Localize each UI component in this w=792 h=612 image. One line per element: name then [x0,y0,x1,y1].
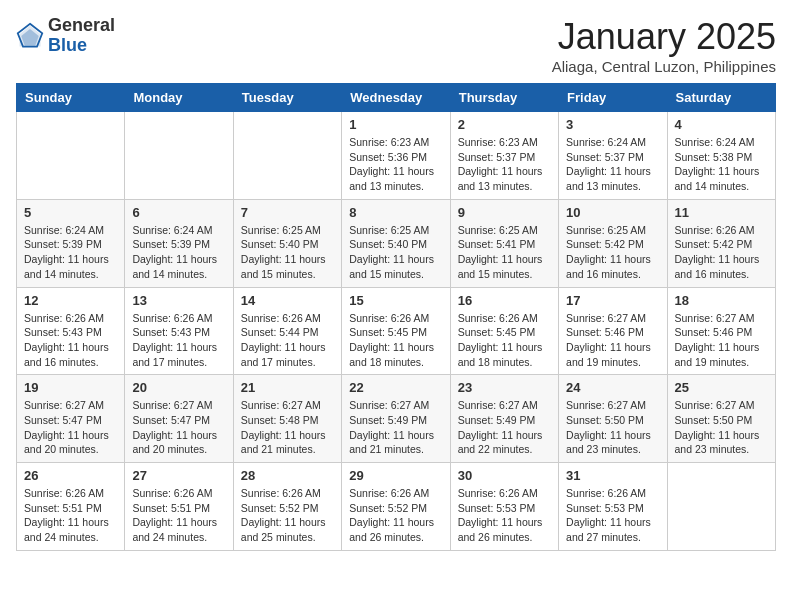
calendar-cell: 29Sunrise: 6:26 AM Sunset: 5:52 PM Dayli… [342,463,450,551]
day-number: 10 [566,205,659,220]
calendar-cell: 13Sunrise: 6:26 AM Sunset: 5:43 PM Dayli… [125,287,233,375]
calendar-cell: 6Sunrise: 6:24 AM Sunset: 5:39 PM Daylig… [125,199,233,287]
calendar-cell: 8Sunrise: 6:25 AM Sunset: 5:40 PM Daylig… [342,199,450,287]
day-info: Sunrise: 6:26 AM Sunset: 5:44 PM Dayligh… [241,311,334,370]
day-info: Sunrise: 6:27 AM Sunset: 5:50 PM Dayligh… [566,398,659,457]
calendar-cell: 16Sunrise: 6:26 AM Sunset: 5:45 PM Dayli… [450,287,558,375]
calendar-cell: 17Sunrise: 6:27 AM Sunset: 5:46 PM Dayli… [559,287,667,375]
weekday-header-tuesday: Tuesday [233,84,341,112]
day-info: Sunrise: 6:27 AM Sunset: 5:47 PM Dayligh… [24,398,117,457]
day-number: 8 [349,205,442,220]
calendar-cell: 31Sunrise: 6:26 AM Sunset: 5:53 PM Dayli… [559,463,667,551]
day-info: Sunrise: 6:27 AM Sunset: 5:46 PM Dayligh… [675,311,768,370]
day-info: Sunrise: 6:26 AM Sunset: 5:51 PM Dayligh… [24,486,117,545]
day-info: Sunrise: 6:26 AM Sunset: 5:51 PM Dayligh… [132,486,225,545]
day-info: Sunrise: 6:24 AM Sunset: 5:38 PM Dayligh… [675,135,768,194]
day-number: 5 [24,205,117,220]
day-info: Sunrise: 6:26 AM Sunset: 5:53 PM Dayligh… [566,486,659,545]
day-number: 31 [566,468,659,483]
weekday-header-wednesday: Wednesday [342,84,450,112]
weekday-header-monday: Monday [125,84,233,112]
day-info: Sunrise: 6:24 AM Sunset: 5:37 PM Dayligh… [566,135,659,194]
day-info: Sunrise: 6:27 AM Sunset: 5:46 PM Dayligh… [566,311,659,370]
weekday-header-saturday: Saturday [667,84,775,112]
day-number: 30 [458,468,551,483]
page-header: General Blue January 2025 Aliaga, Centra… [16,16,776,75]
location-title: Aliaga, Central Luzon, Philippines [552,58,776,75]
calendar-week-3: 12Sunrise: 6:26 AM Sunset: 5:43 PM Dayli… [17,287,776,375]
calendar-cell [125,112,233,200]
day-number: 9 [458,205,551,220]
day-info: Sunrise: 6:26 AM Sunset: 5:42 PM Dayligh… [675,223,768,282]
calendar-cell: 20Sunrise: 6:27 AM Sunset: 5:47 PM Dayli… [125,375,233,463]
calendar-cell: 25Sunrise: 6:27 AM Sunset: 5:50 PM Dayli… [667,375,775,463]
calendar-cell: 1Sunrise: 6:23 AM Sunset: 5:36 PM Daylig… [342,112,450,200]
calendar-cell: 14Sunrise: 6:26 AM Sunset: 5:44 PM Dayli… [233,287,341,375]
day-info: Sunrise: 6:25 AM Sunset: 5:40 PM Dayligh… [349,223,442,282]
day-info: Sunrise: 6:25 AM Sunset: 5:42 PM Dayligh… [566,223,659,282]
day-info: Sunrise: 6:26 AM Sunset: 5:43 PM Dayligh… [132,311,225,370]
calendar-table: SundayMondayTuesdayWednesdayThursdayFrid… [16,83,776,551]
calendar-cell: 12Sunrise: 6:26 AM Sunset: 5:43 PM Dayli… [17,287,125,375]
day-number: 18 [675,293,768,308]
calendar-cell: 23Sunrise: 6:27 AM Sunset: 5:49 PM Dayli… [450,375,558,463]
calendar-cell: 27Sunrise: 6:26 AM Sunset: 5:51 PM Dayli… [125,463,233,551]
logo-icon [16,22,44,50]
calendar-cell [17,112,125,200]
calendar-cell: 2Sunrise: 6:23 AM Sunset: 5:37 PM Daylig… [450,112,558,200]
day-info: Sunrise: 6:26 AM Sunset: 5:53 PM Dayligh… [458,486,551,545]
calendar-week-4: 19Sunrise: 6:27 AM Sunset: 5:47 PM Dayli… [17,375,776,463]
day-number: 16 [458,293,551,308]
day-info: Sunrise: 6:26 AM Sunset: 5:52 PM Dayligh… [241,486,334,545]
day-number: 19 [24,380,117,395]
day-info: Sunrise: 6:25 AM Sunset: 5:40 PM Dayligh… [241,223,334,282]
day-info: Sunrise: 6:26 AM Sunset: 5:45 PM Dayligh… [349,311,442,370]
calendar-cell: 10Sunrise: 6:25 AM Sunset: 5:42 PM Dayli… [559,199,667,287]
calendar-cell: 3Sunrise: 6:24 AM Sunset: 5:37 PM Daylig… [559,112,667,200]
calendar-cell: 26Sunrise: 6:26 AM Sunset: 5:51 PM Dayli… [17,463,125,551]
day-info: Sunrise: 6:23 AM Sunset: 5:37 PM Dayligh… [458,135,551,194]
day-info: Sunrise: 6:27 AM Sunset: 5:49 PM Dayligh… [349,398,442,457]
day-number: 26 [24,468,117,483]
day-number: 13 [132,293,225,308]
day-number: 7 [241,205,334,220]
day-info: Sunrise: 6:27 AM Sunset: 5:49 PM Dayligh… [458,398,551,457]
day-number: 27 [132,468,225,483]
calendar-cell: 30Sunrise: 6:26 AM Sunset: 5:53 PM Dayli… [450,463,558,551]
day-info: Sunrise: 6:27 AM Sunset: 5:48 PM Dayligh… [241,398,334,457]
calendar-cell: 11Sunrise: 6:26 AM Sunset: 5:42 PM Dayli… [667,199,775,287]
day-number: 15 [349,293,442,308]
calendar-cell [233,112,341,200]
calendar-cell: 4Sunrise: 6:24 AM Sunset: 5:38 PM Daylig… [667,112,775,200]
calendar-cell: 5Sunrise: 6:24 AM Sunset: 5:39 PM Daylig… [17,199,125,287]
day-info: Sunrise: 6:25 AM Sunset: 5:41 PM Dayligh… [458,223,551,282]
weekday-header-row: SundayMondayTuesdayWednesdayThursdayFrid… [17,84,776,112]
day-number: 23 [458,380,551,395]
day-number: 25 [675,380,768,395]
calendar-cell [667,463,775,551]
weekday-header-thursday: Thursday [450,84,558,112]
day-number: 6 [132,205,225,220]
day-number: 22 [349,380,442,395]
calendar-cell: 15Sunrise: 6:26 AM Sunset: 5:45 PM Dayli… [342,287,450,375]
day-number: 14 [241,293,334,308]
day-info: Sunrise: 6:24 AM Sunset: 5:39 PM Dayligh… [132,223,225,282]
calendar-cell: 9Sunrise: 6:25 AM Sunset: 5:41 PM Daylig… [450,199,558,287]
day-number: 20 [132,380,225,395]
logo: General Blue [16,16,115,56]
weekday-header-friday: Friday [559,84,667,112]
day-number: 12 [24,293,117,308]
day-number: 29 [349,468,442,483]
day-info: Sunrise: 6:24 AM Sunset: 5:39 PM Dayligh… [24,223,117,282]
day-number: 2 [458,117,551,132]
calendar-cell: 24Sunrise: 6:27 AM Sunset: 5:50 PM Dayli… [559,375,667,463]
day-info: Sunrise: 6:27 AM Sunset: 5:50 PM Dayligh… [675,398,768,457]
day-number: 28 [241,468,334,483]
calendar-week-2: 5Sunrise: 6:24 AM Sunset: 5:39 PM Daylig… [17,199,776,287]
calendar-week-1: 1Sunrise: 6:23 AM Sunset: 5:36 PM Daylig… [17,112,776,200]
day-info: Sunrise: 6:23 AM Sunset: 5:36 PM Dayligh… [349,135,442,194]
calendar-cell: 7Sunrise: 6:25 AM Sunset: 5:40 PM Daylig… [233,199,341,287]
month-title: January 2025 [552,16,776,58]
day-number: 21 [241,380,334,395]
calendar-cell: 19Sunrise: 6:27 AM Sunset: 5:47 PM Dayli… [17,375,125,463]
